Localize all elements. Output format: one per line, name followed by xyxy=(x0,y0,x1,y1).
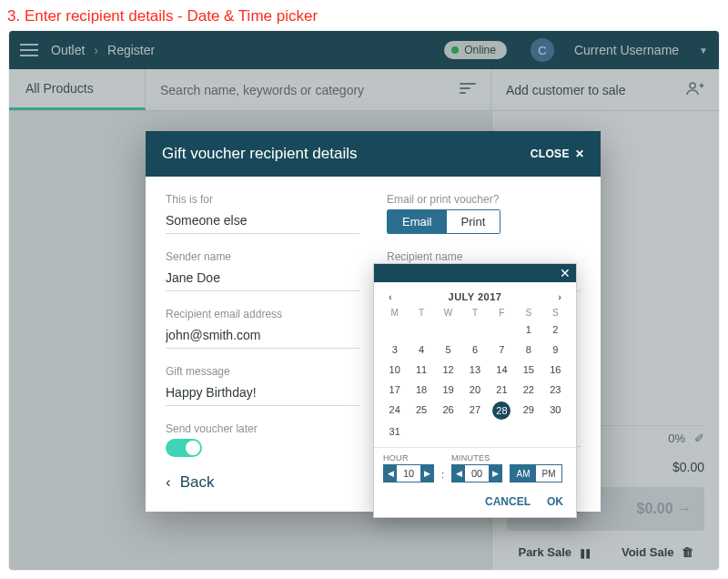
calendar-day[interactable]: 13 xyxy=(461,361,488,378)
delivery-method-label: Email or print voucher? xyxy=(387,193,581,206)
dow-header: T xyxy=(461,308,488,318)
gift-message-label: Gift message xyxy=(166,365,359,378)
minutes-down[interactable]: ◀ xyxy=(452,465,465,482)
calendar-day[interactable]: 12 xyxy=(435,361,461,378)
date-time-picker: ✕ ‹ JULY 2017 › MTWTFSS 1234567891011121… xyxy=(373,263,577,518)
calendar-day[interactable]: 24 xyxy=(381,401,408,420)
hour-spinner: ◀ 10 ▶ xyxy=(383,464,434,482)
am-button[interactable]: AM xyxy=(511,465,536,482)
send-later-label: Send voucher later xyxy=(166,422,359,435)
gift-message-field[interactable] xyxy=(166,381,359,406)
picker-prev-month[interactable]: ‹ xyxy=(383,290,398,304)
calendar-day[interactable]: 3 xyxy=(381,341,408,358)
picker-close-icon[interactable]: ✕ xyxy=(560,266,571,280)
calendar-day[interactable]: 8 xyxy=(515,341,541,358)
calendar-day[interactable]: 1 xyxy=(515,321,541,338)
calendar-day[interactable]: 21 xyxy=(489,381,515,398)
calendar-day[interactable]: 14 xyxy=(489,361,515,378)
modal-close-button[interactable]: CLOSE ✕ xyxy=(531,147,584,160)
calendar-day[interactable]: 29 xyxy=(515,401,541,420)
pm-button[interactable]: PM xyxy=(536,465,561,482)
hour-down[interactable]: ◀ xyxy=(384,465,397,482)
minutes-spinner: ◀ 00 ▶ xyxy=(451,464,502,482)
this-is-for-field[interactable] xyxy=(166,209,359,234)
calendar-day[interactable]: 25 xyxy=(408,401,434,420)
recipient-email-label: Recipient email address xyxy=(166,308,359,320)
dow-header: T xyxy=(408,308,434,318)
recipient-email-field[interactable] xyxy=(166,324,359,349)
hour-label: HOUR xyxy=(383,453,434,462)
picker-next-month[interactable]: › xyxy=(552,290,567,304)
calendar-day[interactable]: 17 xyxy=(381,381,408,398)
delivery-print-button[interactable]: Print xyxy=(447,210,500,233)
calendar-day[interactable]: 16 xyxy=(542,361,569,378)
picker-ok-button[interactable]: OK xyxy=(547,495,563,508)
calendar-day[interactable]: 20 xyxy=(461,381,488,398)
page-annotation: 3. Enter recipient details - Date & Time… xyxy=(0,0,728,29)
calendar-day[interactable]: 19 xyxy=(435,381,461,398)
back-button[interactable]: ‹ Back xyxy=(166,473,359,492)
picker-cancel-button[interactable]: CANCEL xyxy=(485,495,531,508)
modal-title: Gift voucher recipient details xyxy=(162,145,358,163)
ampm-segment: AM PM xyxy=(510,464,562,482)
calendar-day[interactable]: 28 xyxy=(492,401,511,420)
send-later-toggle[interactable] xyxy=(166,439,202,457)
calendar-day[interactable]: 23 xyxy=(542,381,569,398)
this-is-for-label: This is for xyxy=(166,193,359,206)
calendar-grid: MTWTFSS 12345678910111213141516171819202… xyxy=(374,308,576,447)
calendar-day[interactable]: 26 xyxy=(435,401,461,420)
calendar-day[interactable]: 2 xyxy=(542,321,569,338)
calendar-day[interactable]: 9 xyxy=(542,341,569,358)
calendar-day[interactable]: 22 xyxy=(515,381,541,398)
calendar-day[interactable]: 11 xyxy=(408,361,434,378)
calendar-day[interactable]: 5 xyxy=(435,341,461,358)
calendar-day[interactable]: 27 xyxy=(461,401,488,420)
minutes-value[interactable]: 00 xyxy=(465,465,489,482)
sender-name-label: Sender name xyxy=(166,250,359,263)
delivery-method-segment: Email Print xyxy=(387,209,500,234)
delivery-email-button[interactable]: Email xyxy=(388,210,447,233)
back-label: Back xyxy=(180,473,215,492)
sender-name-field[interactable] xyxy=(166,267,359,291)
dow-header: S xyxy=(542,308,569,318)
calendar-day[interactable]: 30 xyxy=(542,401,569,420)
calendar-day[interactable]: 31 xyxy=(381,423,408,440)
calendar-day[interactable]: 10 xyxy=(381,361,408,378)
hour-value[interactable]: 10 xyxy=(397,465,420,482)
minutes-up[interactable]: ▶ xyxy=(489,465,501,482)
modal-header: Gift voucher recipient details CLOSE ✕ xyxy=(146,131,601,177)
dow-header: S xyxy=(515,308,541,318)
calendar-day[interactable]: 18 xyxy=(408,381,434,398)
dow-header: F xyxy=(489,308,515,318)
picker-month-title: JULY 2017 xyxy=(398,291,553,302)
close-label: CLOSE xyxy=(531,147,570,160)
app-window: Outlet › Register Online C Current Usern… xyxy=(9,31,719,570)
dow-header: W xyxy=(435,308,461,318)
dow-header: M xyxy=(381,308,408,318)
minutes-label: MINUTES xyxy=(451,453,502,462)
calendar-day[interactable]: 7 xyxy=(489,341,515,358)
chevron-left-icon: ‹ xyxy=(166,473,171,492)
close-icon: ✕ xyxy=(575,147,584,160)
picker-titlebar: ✕ xyxy=(374,264,576,282)
calendar-day[interactable]: 6 xyxy=(461,341,488,358)
hour-up[interactable]: ▶ xyxy=(420,465,433,482)
recipient-name-label: Recipient name xyxy=(387,250,581,263)
calendar-day[interactable]: 4 xyxy=(408,341,434,358)
calendar-day[interactable]: 15 xyxy=(515,361,541,378)
